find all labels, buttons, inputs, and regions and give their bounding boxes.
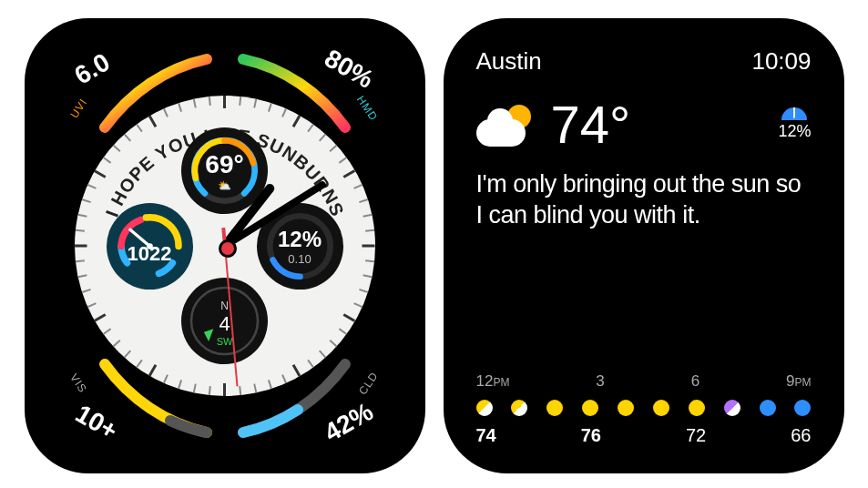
weather-header: Austin 10:09 [444,18,844,76]
precip-complication[interactable]: 12% [778,107,811,141]
watch-face-weather: Austin 10:09 74° 12% I'm only bringing o… [444,18,844,473]
hourly-temp: 74 [476,425,496,446]
umbrella-icon [781,107,807,120]
hourly-condition-dots [476,400,812,416]
svg-point-3 [147,243,153,249]
hourly-time: 12PM [476,372,510,391]
subdial-compass[interactable]: N 4 SW [181,278,268,364]
svg-line-2 [129,229,149,246]
hourly-time: 3 [596,372,604,391]
watch-face-analog: 6.0 80% 10+ 42% UVI HMD VIS CLD I HOPE Y… [25,18,425,473]
temp-ring [187,133,262,208]
condition-dot [476,400,493,416]
condition-dot [689,400,705,416]
partly-cloudy-icon [476,103,535,147]
condition-dot [653,400,669,416]
weather-message: I'm only bringing out the sun so I can b… [444,155,844,231]
hourly-times: 12PM369PM [476,372,812,391]
condition-dot [546,400,563,416]
precip-chance: 12% [778,122,811,141]
hourly-time: 6 [691,372,700,391]
hourly-temps: 74767266 [476,425,812,446]
condition-dot [511,400,527,416]
svg-point-5 [191,288,258,354]
condition-dot [618,400,634,416]
hourly-temp: 72 [686,425,706,446]
location-label[interactable]: Austin [476,47,542,76]
hourly-forecast[interactable]: 12PM369PM 74767266 [476,372,812,446]
condition-dot [760,400,776,416]
center-cap [219,239,237,258]
time-label: 10:09 [751,47,811,76]
svg-marker-6 [204,329,213,341]
current-temp: 74° [551,94,631,155]
analog-dial[interactable]: I HOPE YOU LIKE SUNBURNS 69° ⛅ 1022 [75,96,375,396]
condition-dot [724,400,740,416]
compass-ring [185,281,264,361]
hourly-temp: 66 [791,425,811,446]
hourly-time: 9PM [786,372,811,391]
subdial-pressure[interactable]: 1022 [107,203,193,290]
pressure-gauge [112,208,188,284]
condition-dot [582,400,598,416]
current-conditions[interactable]: 74° 12% [444,76,844,155]
condition-dot [794,400,811,416]
hourly-temp: 76 [581,425,601,446]
